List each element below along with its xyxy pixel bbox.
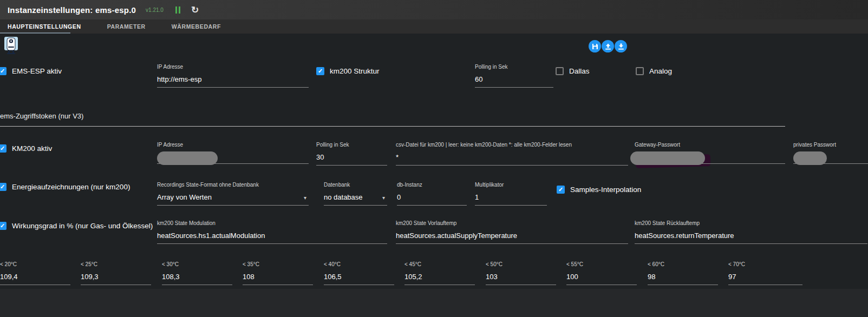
datenbank-select[interactable]: Datenbank no database ▾ — [324, 182, 387, 206]
km200-state-ruecklauftemp-field: km200 State Rücklauftemp heatSources.ret… — [635, 220, 867, 244]
gateway-passwort-field: Gateway-Passwort — [635, 142, 785, 164]
datenbank-value: no database — [324, 193, 387, 202]
temp-threshold-label: < 70°C — [728, 261, 802, 268]
wirkungsgrad-row: Wirkungsgrad in % (nur Gas- und Ölkessel… — [0, 222, 153, 230]
temp-threshold-input[interactable]: 108 — [243, 273, 313, 282]
db-instanz-input[interactable]: 0 — [397, 193, 467, 202]
km200-state-ruecklauftemp-input[interactable]: heatSources.returnTemperature — [635, 232, 867, 241]
temp-threshold-input[interactable]: 103 — [486, 273, 556, 282]
km200-state-ruecklauftemp-label: km200 State Rücklauftemp — [635, 220, 867, 227]
polling-km200-field: Polling in Sek 30 — [316, 142, 387, 166]
recordings-format-value: Array von Werten — [157, 193, 309, 202]
pause-icon[interactable] — [175, 6, 180, 14]
gateway-passwort-input[interactable] — [635, 151, 785, 161]
toolbar — [589, 40, 627, 52]
upload-icon — [605, 43, 611, 50]
temp-threshold-label: < 45°C — [404, 261, 475, 268]
ems-zugriffstoken-field[interactable]: ems-Zugriffstoken (nur V3) — [0, 112, 785, 127]
dallas-label: Dallas — [569, 67, 590, 75]
csv-datei-input[interactable]: * — [396, 153, 628, 162]
km200-struktur-checkbox[interactable] — [316, 67, 324, 75]
analog-label: Analog — [649, 67, 672, 75]
ems-esp-aktiv-label: EMS-ESP aktiv — [12, 67, 62, 75]
temp-threshold-field: < 70°C 97 — [728, 261, 802, 285]
refresh-icon[interactable]: ↻ — [191, 5, 199, 15]
samples-interpolation-checkbox[interactable] — [557, 186, 565, 194]
polling-km200-input[interactable]: 30 — [316, 153, 387, 162]
csv-datei-field: csv-Datei für km200 | leer: keine km200-… — [396, 142, 628, 166]
redaction-blob — [793, 151, 827, 165]
temp-threshold-input[interactable]: 97 — [728, 273, 802, 282]
temp-threshold-input[interactable]: 105,2 — [404, 273, 475, 282]
privates-passwort-field: privates Passwort — [793, 142, 868, 164]
tab-haupteinstellungen[interactable]: HAUPTEINSTELLUNGEN — [0, 23, 100, 30]
km200-aktiv-label: KM200 aktiv — [12, 144, 52, 153]
temp-threshold-input[interactable]: 98 — [648, 273, 718, 282]
recordings-format-select[interactable]: Recordings State-Format ohne Datenbank A… — [157, 182, 309, 206]
temp-threshold-field: < 30°C 108,3 — [162, 261, 232, 285]
km200-aktiv-checkbox[interactable] — [0, 144, 6, 153]
multiplikator-input[interactable]: 1 — [475, 193, 547, 202]
polling-ems-field: Polling in Sek 60 — [475, 64, 553, 88]
db-instanz-field: db-Instanz 0 — [397, 182, 467, 206]
energieaufzeichnungen-row: Energieaufzeichnungen (nur km200) — [0, 183, 130, 191]
download-icon — [618, 43, 624, 50]
analog-row: Analog — [636, 67, 672, 75]
temp-threshold-label: < 35°C — [243, 261, 313, 268]
km200-struktur-row: km200 Struktur — [316, 67, 380, 75]
export-settings-button[interactable] — [602, 40, 614, 52]
km200-state-modulation-input[interactable]: heatSources.hs1.actualModulation — [157, 232, 387, 241]
recordings-format-label: Recordings State-Format ohne Datenbank — [157, 182, 309, 188]
km200-struktur-label: km200 Struktur — [330, 67, 380, 75]
privates-passwort-label: privates Passwort — [793, 142, 868, 148]
polling-ems-input[interactable]: 60 — [475, 75, 553, 84]
temp-threshold-input[interactable]: 109,3 — [81, 273, 151, 282]
ems-esp-aktiv-checkbox[interactable] — [0, 67, 6, 75]
floppy-disk-icon — [592, 43, 598, 50]
km200-state-modulation-field: km200 State Modulation heatSources.hs1.a… — [157, 220, 387, 244]
temp-threshold-label: < 20°C — [0, 261, 70, 268]
temp-threshold-field: < 20°C 109,4 — [0, 261, 70, 285]
ems-ip-address-input[interactable]: http://ems-esp — [157, 75, 309, 84]
gateway-passwort-label: Gateway-Passwort — [635, 142, 785, 148]
temp-threshold-input[interactable]: 109,4 — [0, 273, 70, 282]
km200-ip-address-input[interactable] — [157, 151, 309, 161]
temp-threshold-field: < 50°C 103 — [486, 261, 556, 285]
temp-threshold-label: < 60°C — [648, 261, 718, 268]
energieaufzeichnungen-label: Energieaufzeichnungen (nur km200) — [12, 183, 130, 191]
temp-threshold-field: < 35°C 108 — [243, 261, 313, 285]
ems-zugriffstoken-label: ems-Zugriffstoken (nur V3) — [0, 112, 785, 121]
km200-state-vorlauftemp-label: km200 State Vorlauftemp — [396, 220, 628, 227]
km200-aktiv-row: KM200 aktiv — [0, 144, 52, 153]
settings-form: EMS-ESP aktiv IP Adresse http://ems-esp … — [0, 34, 868, 317]
adapter-version: v1.21.0 — [146, 7, 164, 13]
temp-threshold-field: < 40°C 106,5 — [324, 261, 394, 285]
temp-threshold-field: < 60°C 98 — [648, 261, 718, 285]
redaction-blob — [630, 151, 705, 165]
analog-checkbox[interactable] — [636, 67, 644, 75]
redaction-blob — [157, 151, 218, 165]
tab-parameter[interactable]: PARAMETER — [100, 23, 164, 30]
temp-threshold-input[interactable]: 106,5 — [324, 273, 394, 282]
temp-threshold-field: < 55°C 100 — [566, 261, 637, 285]
dallas-row: Dallas — [556, 67, 590, 75]
temp-threshold-label: < 40°C — [324, 261, 394, 268]
km200-ip-address-label: IP Adresse — [157, 142, 309, 148]
save-button[interactable] — [589, 40, 601, 52]
csv-datei-label: csv-Datei für km200 | leer: keine km200-… — [396, 142, 628, 148]
dallas-checkbox[interactable] — [556, 67, 564, 75]
multiplikator-label: Multiplikator — [475, 182, 547, 188]
tab-waermebedarf[interactable]: WÄRMEBEDARF — [164, 23, 239, 30]
privates-passwort-input[interactable] — [793, 151, 868, 161]
temp-threshold-input[interactable]: 108,3 — [162, 273, 232, 282]
wirkungsgrad-checkbox[interactable] — [0, 222, 6, 230]
tab-bar: HAUPTEINSTELLUNGEN PARAMETER WÄRMEBEDARF — [0, 19, 868, 34]
km200-state-vorlauftemp-input[interactable]: heatSources.actualSupplyTemperature — [396, 232, 628, 241]
ems-ip-address-label: IP Adresse — [157, 64, 309, 70]
temp-threshold-label: < 50°C — [486, 261, 556, 268]
import-settings-button[interactable] — [615, 40, 627, 52]
km200-state-vorlauftemp-field: km200 State Vorlauftemp heatSources.actu… — [396, 220, 628, 244]
temp-threshold-input[interactable]: 100 — [566, 273, 637, 282]
energieaufzeichnungen-checkbox[interactable] — [0, 183, 6, 191]
km200-ip-address-field: IP Adresse — [157, 142, 309, 164]
